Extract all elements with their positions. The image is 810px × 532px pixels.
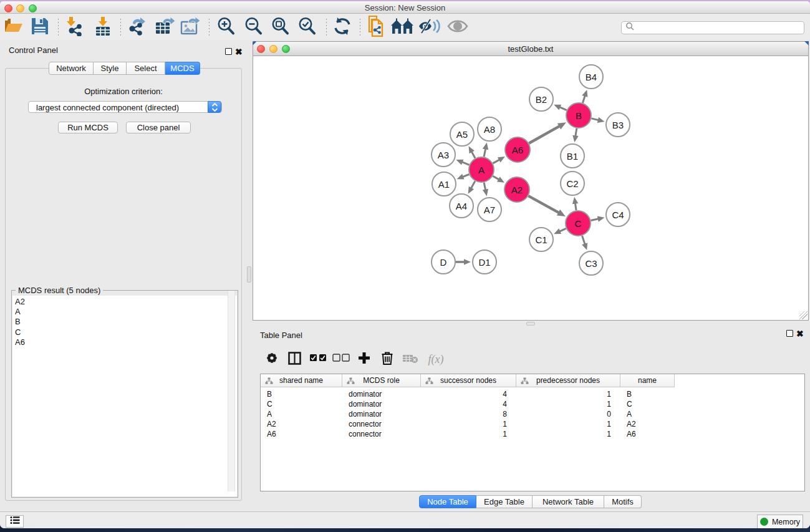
table-cell: 1	[421, 429, 516, 439]
table-cell: C	[261, 399, 342, 409]
table-cell: 1	[516, 389, 620, 399]
zoom-in-button[interactable]	[215, 16, 237, 39]
graph-node-label: B1	[567, 151, 578, 162]
column-header-label: predecessor nodes	[536, 376, 600, 385]
tab-mcds[interactable]: MCDS	[165, 62, 200, 75]
table-settings-button[interactable]	[260, 348, 283, 370]
tab-style[interactable]: Style	[94, 62, 127, 75]
delete-table-button[interactable]	[398, 348, 422, 370]
import-table-button[interactable]	[92, 16, 114, 39]
mcds-result-item[interactable]: A2	[12, 297, 237, 307]
edge-A-A4[interactable]	[471, 181, 475, 188]
table-row[interactable]: A2connector11A2	[261, 419, 804, 429]
vertical-splitter-grip[interactable]	[247, 266, 251, 283]
export-image-button[interactable]	[179, 16, 201, 39]
edge-arrowhead	[582, 243, 587, 250]
close-panel-button[interactable]: Close panel	[126, 122, 191, 133]
window-resize-grip[interactable]	[799, 311, 808, 319]
select-all-button[interactable]	[306, 348, 329, 370]
zoom-selected-button[interactable]	[296, 16, 318, 39]
tab-network-table[interactable]: Network Table	[533, 495, 604, 508]
delete-column-button[interactable]	[375, 348, 398, 370]
close-panel-icon[interactable]: ✖	[235, 49, 243, 56]
edge-C-C1[interactable]	[559, 228, 566, 231]
open-file-button[interactable]	[2, 16, 24, 39]
table-float-icon[interactable]	[786, 330, 793, 337]
mcds-result-item[interactable]: A	[12, 307, 237, 317]
deselect-all-button[interactable]	[329, 348, 352, 370]
table-row[interactable]: Adominator80A	[261, 409, 804, 419]
edge-A-A3[interactable]	[462, 162, 470, 165]
column-tree-icon	[425, 377, 433, 384]
add-column-button[interactable]	[352, 348, 375, 370]
function-builder-button[interactable]: f(x)	[422, 348, 450, 370]
edge-C-C3[interactable]	[582, 236, 585, 244]
hide-selected-button[interactable]	[418, 16, 440, 39]
graph-node-label: B4	[586, 72, 597, 82]
mcds-result-item[interactable]: B	[12, 317, 237, 327]
table-cell: A2	[620, 419, 675, 429]
column-header-name[interactable]: name	[620, 374, 675, 387]
split-columns-button[interactable]	[283, 348, 306, 370]
table-row[interactable]: A6connector11A6	[261, 429, 804, 439]
column-header-MCDS-role[interactable]: MCDS role	[342, 374, 421, 387]
column-header-successor-nodes[interactable]: successor nodes	[421, 374, 516, 387]
search-input[interactable]	[621, 21, 804, 34]
import-network-button[interactable]	[64, 16, 86, 39]
float-panel-icon[interactable]	[225, 48, 232, 55]
export-network-button[interactable]	[127, 16, 150, 39]
table-cell: 4	[421, 389, 516, 399]
edge-A-A7[interactable]	[484, 183, 485, 190]
edge-A2-C[interactable]	[528, 196, 559, 213]
tab-node-table[interactable]: Node Table	[419, 495, 476, 508]
tab-network[interactable]: Network	[49, 62, 94, 75]
tab-edge-table[interactable]: Edge Table	[476, 495, 533, 508]
edge-C-C2[interactable]	[575, 203, 576, 211]
table-close-icon[interactable]: ✖	[796, 331, 804, 337]
edge-A-A6[interactable]	[493, 160, 499, 163]
task-history-button[interactable]	[6, 515, 24, 528]
eye-icon	[446, 18, 469, 37]
edge-A-A2[interactable]	[493, 176, 499, 180]
zoom-fit-icon	[270, 16, 290, 39]
horizontal-splitter-grip[interactable]	[526, 322, 535, 326]
mcds-result-item[interactable]: C	[12, 327, 237, 337]
table-row[interactable]: Bdominator41B	[261, 389, 804, 399]
edge-B-B2[interactable]	[559, 107, 566, 110]
column-tree-icon	[347, 377, 355, 384]
zoom-fit-button[interactable]	[269, 16, 291, 39]
zoom-out-button[interactable]	[242, 16, 264, 39]
edge-B-B3[interactable]	[591, 118, 598, 120]
column-header-shared-name[interactable]: shared name	[261, 374, 342, 387]
tab-select[interactable]: Select	[127, 62, 165, 75]
run-mcds-button[interactable]: Run MCDS	[58, 122, 118, 133]
edge-A-A8[interactable]	[484, 148, 486, 157]
edge-A6-B[interactable]	[529, 126, 559, 143]
refresh-icon	[332, 16, 352, 39]
column-header-predecessor-nodes[interactable]: predecessor nodes	[516, 374, 620, 387]
duplicate-network-button[interactable]	[365, 16, 387, 39]
mcds-result-item[interactable]: A6	[12, 337, 237, 347]
save-session-button[interactable]	[29, 16, 51, 39]
show-hidden-button[interactable]	[446, 16, 469, 39]
tab-motifs[interactable]: Motifs	[604, 495, 642, 508]
network-canvas[interactable]: B4B2BB3A5A8A6B1A3AA1C2A2A4A7C4CC1C3DD1	[253, 57, 808, 320]
mcds-result-scrollbar[interactable]	[228, 291, 235, 491]
mcds-tab-pane: Optimization criterion: largest connecte…	[5, 68, 242, 501]
search-icon	[625, 22, 635, 34]
edge-B-B4[interactable]	[582, 95, 585, 103]
export-table-button[interactable]	[153, 16, 176, 39]
edge-arrowhead	[572, 135, 578, 143]
edge-C-C4[interactable]	[591, 219, 599, 221]
edge-B-B1[interactable]	[576, 128, 577, 137]
edge-A-A5[interactable]	[471, 152, 475, 158]
mcds-result-list[interactable]: A2ABCA6	[12, 296, 237, 496]
table-row[interactable]: Cdominator41C	[261, 399, 804, 409]
criterion-select-value: largest connected component (directed)	[36, 103, 179, 112]
criterion-select[interactable]: largest connected component (directed)	[28, 101, 222, 113]
refresh-button[interactable]	[331, 16, 354, 39]
show-all-button[interactable]	[391, 16, 413, 39]
memory-button[interactable]: Memory	[757, 515, 803, 528]
edge-A-A1[interactable]	[463, 175, 470, 177]
graph-node-label: A1	[438, 179, 450, 190]
